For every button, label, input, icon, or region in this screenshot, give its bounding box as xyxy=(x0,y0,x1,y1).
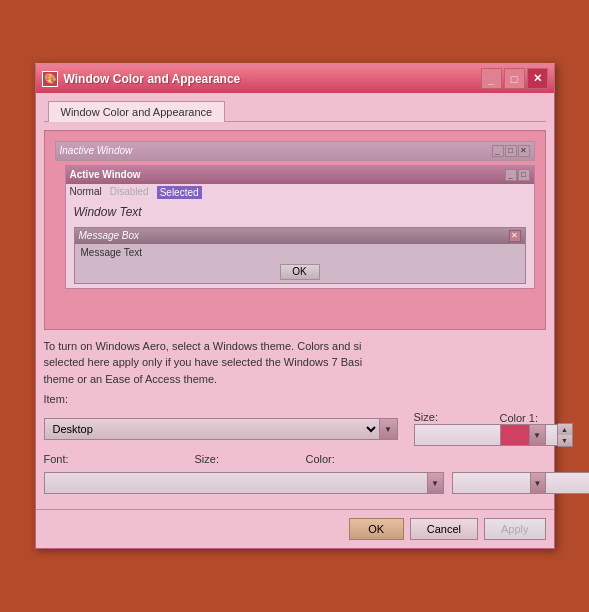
font-size-container: ▲ ▼ xyxy=(452,471,522,495)
color1-swatch[interactable] xyxy=(500,424,530,446)
description-text: To turn on Windows Aero, select a Window… xyxy=(44,338,546,388)
dialog-title: Window Color and Appearance xyxy=(64,72,475,86)
inactive-close-btn: ✕ xyxy=(518,145,530,157)
inactive-min-btn: _ xyxy=(492,145,504,157)
font-color-container: ▼ xyxy=(530,472,546,494)
font-label-row: Font: Size: Color: xyxy=(44,453,546,465)
desc-line1: To turn on Windows Aero, select a Window… xyxy=(44,340,362,352)
preview-area: Inactive Window _ □ ✕ Active Window _ □ … xyxy=(44,130,546,330)
message-box-ok-btn[interactable]: OK xyxy=(280,264,320,280)
menu-bar: Normal Disabled Selected xyxy=(66,184,534,201)
dialog-footer: OK Cancel Apply xyxy=(36,509,554,548)
item-select-container: Desktop ▼ xyxy=(44,418,398,440)
color1-arrow[interactable]: ▼ xyxy=(530,424,546,446)
item-row: Item: xyxy=(44,393,546,405)
font-size-label: Size: xyxy=(195,453,230,465)
active-max-btn: □ xyxy=(518,169,530,181)
size-label: Size: xyxy=(414,411,484,423)
item-label: Item: xyxy=(44,393,79,405)
title-bar: 🎨 Window Color and Appearance _ □ ✕ xyxy=(36,65,554,93)
close-button[interactable]: ✕ xyxy=(527,68,548,89)
spin-down[interactable]: ▼ xyxy=(558,435,572,446)
font-color-arrow[interactable]: ▼ xyxy=(530,472,546,494)
spin-up[interactable]: ▲ xyxy=(558,424,572,435)
window-text-label: Window Text xyxy=(66,201,534,223)
color1-label: Color 1: xyxy=(500,412,546,424)
message-box: Message Box ✕ Message Text OK xyxy=(74,227,526,284)
desc-line3: theme or an Ease of Access theme. xyxy=(44,373,218,385)
cancel-button[interactable]: Cancel xyxy=(410,518,478,540)
item-controls-row: Desktop ▼ Size: ▲ ▼ Color 1: ▼ xyxy=(44,411,546,447)
inactive-titlebar: Inactive Window _ □ ✕ xyxy=(56,142,534,160)
minimize-button[interactable]: _ xyxy=(481,68,502,89)
message-box-title: Message Box xyxy=(79,230,509,241)
inactive-max-btn: □ xyxy=(505,145,517,157)
size-input-container: ▲ ▼ xyxy=(414,423,484,447)
active-min-btn: _ xyxy=(505,169,517,181)
apply-button[interactable]: Apply xyxy=(484,518,546,540)
message-box-close-btn[interactable]: ✕ xyxy=(509,230,521,242)
font-color-label: Color: xyxy=(306,453,341,465)
font-size-input[interactable] xyxy=(452,472,590,494)
tab-window-color[interactable]: Window Color and Appearance xyxy=(48,101,226,122)
color1-swatch-container: ▼ xyxy=(500,424,546,446)
dialog-body: Window Color and Appearance Inactive Win… xyxy=(36,93,554,510)
tab-header: Window Color and Appearance xyxy=(44,101,546,122)
active-titlebar: Active Window _ □ xyxy=(66,166,534,184)
dialog-icon: 🎨 xyxy=(42,71,58,87)
menu-disabled: Disabled xyxy=(110,186,149,199)
size-group: Size: ▲ ▼ xyxy=(414,411,484,447)
dialog-window: 🎨 Window Color and Appearance _ □ ✕ Wind… xyxy=(35,63,555,550)
item-select-arrow[interactable]: ▼ xyxy=(380,418,398,440)
menu-normal: Normal xyxy=(70,186,102,199)
font-input[interactable] xyxy=(44,472,428,494)
item-select[interactable]: Desktop xyxy=(44,418,380,440)
font-controls-row: ▼ ▲ ▼ ▼ xyxy=(44,471,546,495)
maximize-button[interactable]: □ xyxy=(504,68,525,89)
font-label: Font: xyxy=(44,453,79,465)
title-bar-buttons: _ □ ✕ xyxy=(481,68,548,89)
active-window: Active Window _ □ Normal Disabled Select… xyxy=(65,165,535,289)
ok-button[interactable]: OK xyxy=(349,518,404,540)
inactive-window-title: Inactive Window xyxy=(60,145,491,156)
desc-line2: selected here apply only if you have sel… xyxy=(44,356,363,368)
font-arrow[interactable]: ▼ xyxy=(428,472,444,494)
color1-group: Color 1: ▼ xyxy=(500,412,546,446)
message-box-text: Message Text xyxy=(75,244,525,261)
active-window-title: Active Window xyxy=(70,169,504,180)
size-spin-buttons: ▲ ▼ xyxy=(558,423,573,447)
message-box-titlebar: Message Box ✕ xyxy=(75,228,525,244)
menu-selected: Selected xyxy=(157,186,202,199)
font-select-container: ▼ xyxy=(44,472,444,494)
inactive-window: Inactive Window _ □ ✕ xyxy=(55,141,535,161)
